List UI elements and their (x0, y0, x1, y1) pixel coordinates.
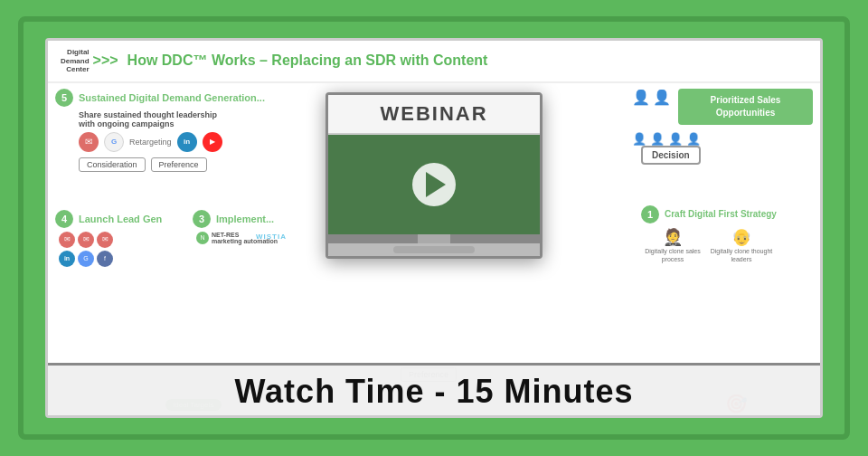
webinar-modal: WEBINAR (326, 92, 542, 259)
slide-container: Digital Demand Center >>> How DDC™ Works… (45, 38, 823, 418)
logo-arrows-icon: >>> (93, 52, 118, 69)
monitor-neck-area (328, 234, 540, 243)
logo-area: Digital Demand Center >>> (61, 48, 118, 74)
slide-header: Digital Demand Center >>> How DDC™ Works… (48, 41, 820, 83)
logo-text-2: Demand (61, 57, 90, 66)
watch-time-text: Watch Time - 15 Minutes (234, 373, 633, 411)
slide-title: How DDC™ Works – Replacing an SDR with C… (127, 52, 488, 69)
play-button[interactable] (412, 163, 456, 206)
monitor-foot (393, 246, 475, 253)
watch-time-bar: Watch Time - 15 Minutes (48, 363, 820, 418)
monitor-base (328, 243, 540, 256)
monitor-neck (418, 234, 450, 243)
logo-text-3: Center (61, 65, 90, 74)
webinar-screen (328, 135, 540, 234)
webinar-title: WEBINAR (328, 95, 540, 135)
play-triangle-icon (426, 172, 446, 197)
logo-text: Digital (61, 48, 90, 57)
outer-border: Digital Demand Center >>> How DDC™ Works… (18, 16, 850, 440)
slide-body: 5 Sustained Digital Demand Generation...… (48, 83, 820, 418)
